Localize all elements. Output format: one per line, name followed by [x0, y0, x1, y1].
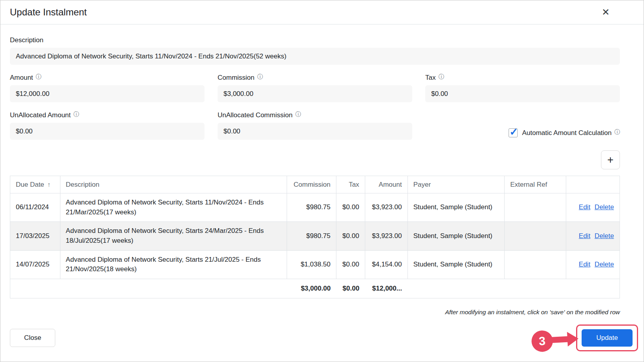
- commission-field: Commission ⓘ $3,000.00: [218, 74, 412, 102]
- description-cell: Advanced Diploma of Network Security, St…: [60, 193, 287, 222]
- commission-cell: $980.75: [287, 222, 336, 250]
- commission-cell: $1,038.50: [287, 250, 336, 279]
- actions-column-header: [566, 176, 620, 193]
- tax-label-text: Tax: [425, 74, 436, 82]
- auto-calc-label: Automatic Amount Calculation ⓘ: [522, 129, 620, 137]
- amount-cell: $3,923.00: [365, 193, 407, 222]
- unallocated-commission-field: UnAllocated Commission ⓘ $0.00: [218, 111, 412, 141]
- modal-body: Description Advanced Diploma of Network …: [10, 36, 620, 316]
- total-commission: $3,000.00: [287, 279, 336, 298]
- auto-calc-field: ✓ Automatic Amount Calculation ⓘ: [425, 124, 620, 141]
- amount-label-text: Amount: [10, 74, 33, 82]
- tax-cell: $0.00: [336, 193, 365, 222]
- close-icon[interactable]: ✕: [602, 8, 610, 17]
- totals-spacer: [407, 279, 504, 298]
- commission-column-header[interactable]: Commission: [287, 176, 336, 193]
- update-button-area: 3 Update: [576, 324, 638, 351]
- auto-calc-checkbox[interactable]: ✓: [509, 128, 518, 137]
- step-number: 3: [539, 334, 546, 348]
- description-field: Description Advanced Diploma of Network …: [10, 36, 620, 65]
- checkmark-icon: ✓: [509, 126, 518, 138]
- description-column-header[interactable]: Description: [60, 176, 287, 193]
- amounts-row: Amount ⓘ $12,000.00 Commission ⓘ $3,000.…: [10, 74, 620, 102]
- info-icon: ⓘ: [257, 74, 263, 79]
- amount-field: Amount ⓘ $12,000.00: [10, 74, 205, 102]
- payer-cell: Student, Sample (Student): [407, 222, 504, 250]
- info-icon: ⓘ: [73, 111, 79, 117]
- instalments-table: Due Date↑ Description Commission Tax Amo…: [10, 176, 620, 298]
- unallocated-commission-input[interactable]: $0.00: [218, 123, 412, 140]
- description-cell: Advanced Diploma of Network Security, St…: [60, 222, 287, 250]
- description-cell: Advanced Diploma of Network Security, St…: [60, 250, 287, 279]
- unallocated-amount-field: UnAllocated Amount ⓘ $0.00: [10, 111, 205, 141]
- info-icon: ⓘ: [614, 129, 620, 135]
- due-date-header-text: Due Date: [16, 181, 44, 188]
- totals-spacer: [566, 279, 620, 298]
- amount-cell: $3,923.00: [365, 222, 407, 250]
- due-date-cell: 17/03/2025: [10, 222, 60, 250]
- totals-spacer: [505, 279, 566, 298]
- unallocated-row: UnAllocated Amount ⓘ $0.00 UnAllocated C…: [10, 111, 620, 141]
- payer-cell: Student, Sample (Student): [407, 193, 504, 222]
- commission-input[interactable]: $3,000.00: [218, 85, 412, 102]
- external-ref-cell: [505, 250, 566, 279]
- actions-cell: Edit Delete: [566, 250, 620, 279]
- edit-link[interactable]: Edit: [579, 261, 590, 268]
- add-row: +: [10, 150, 620, 169]
- table-header-row: Due Date↑ Description Commission Tax Amo…: [10, 176, 620, 193]
- page-title: Update Instalment: [10, 7, 87, 18]
- update-button[interactable]: Update: [582, 329, 633, 347]
- external-ref-column-header[interactable]: External Ref: [505, 176, 566, 193]
- totals-row: $3,000.00 $0.00 $12,000...: [10, 279, 620, 298]
- unallocated-amount-label-text: UnAllocated Amount: [10, 111, 71, 119]
- commission-label: Commission ⓘ: [218, 74, 412, 82]
- update-instalment-modal: Update Instalment ✕ Description Advanced…: [0, 0, 644, 362]
- info-icon: ⓘ: [36, 74, 41, 79]
- payer-cell: Student, Sample (Student): [407, 250, 504, 279]
- delete-link[interactable]: Delete: [595, 261, 614, 268]
- amount-cell: $4,154.00: [365, 250, 407, 279]
- payer-column-header[interactable]: Payer: [407, 176, 504, 193]
- delete-link[interactable]: Delete: [595, 203, 614, 211]
- tax-cell: $0.00: [336, 250, 365, 279]
- unallocated-amount-input[interactable]: $0.00: [10, 123, 205, 140]
- modal-footer: Close 3 Update: [10, 324, 638, 351]
- tax-cell: $0.00: [336, 222, 365, 250]
- close-button[interactable]: Close: [10, 329, 55, 347]
- unallocated-amount-label: UnAllocated Amount ⓘ: [10, 111, 205, 119]
- info-icon: ⓘ: [438, 74, 444, 79]
- info-icon: ⓘ: [295, 111, 301, 117]
- unallocated-commission-label-text: UnAllocated Commission: [218, 111, 293, 119]
- due-date-column-header[interactable]: Due Date↑: [10, 176, 60, 193]
- external-ref-cell: [505, 222, 566, 250]
- total-tax: $0.00: [336, 279, 365, 298]
- delete-link[interactable]: Delete: [595, 232, 614, 240]
- add-instalment-button[interactable]: +: [601, 150, 620, 169]
- tax-input[interactable]: $0.00: [425, 85, 620, 102]
- step-annotation-arrow-icon: 3: [530, 322, 580, 356]
- edit-link[interactable]: Edit: [579, 232, 590, 240]
- tax-column-header[interactable]: Tax: [336, 176, 365, 193]
- amount-input[interactable]: $12,000.00: [10, 85, 205, 102]
- actions-cell: Edit Delete: [566, 222, 620, 250]
- due-date-cell: 06/11/2024: [10, 193, 60, 222]
- instalment-note: After modifying an instalment, click on …: [10, 309, 620, 316]
- totals-spacer: [10, 279, 60, 298]
- due-date-cell: 14/07/2025: [10, 250, 60, 279]
- edit-link[interactable]: Edit: [579, 203, 590, 211]
- table-row: 17/03/2025 Advanced Diploma of Network S…: [10, 222, 620, 250]
- unallocated-commission-label: UnAllocated Commission ⓘ: [218, 111, 412, 119]
- annotation-highlight-box: Update: [576, 324, 638, 351]
- table-row: 06/11/2024 Advanced Diploma of Network S…: [10, 193, 620, 222]
- table-row: 14/07/2025 Advanced Diploma of Network S…: [10, 250, 620, 279]
- totals-spacer: [60, 279, 287, 298]
- commission-label-text: Commission: [218, 74, 255, 82]
- description-label: Description: [10, 36, 620, 44]
- actions-cell: Edit Delete: [566, 193, 620, 222]
- amount-column-header[interactable]: Amount: [365, 176, 407, 193]
- sort-ascending-icon: ↑: [47, 181, 51, 188]
- description-input[interactable]: Advanced Diploma of Network Security, St…: [10, 48, 620, 65]
- commission-cell: $980.75: [287, 193, 336, 222]
- amount-label: Amount ⓘ: [10, 74, 205, 82]
- total-amount: $12,000...: [365, 279, 407, 298]
